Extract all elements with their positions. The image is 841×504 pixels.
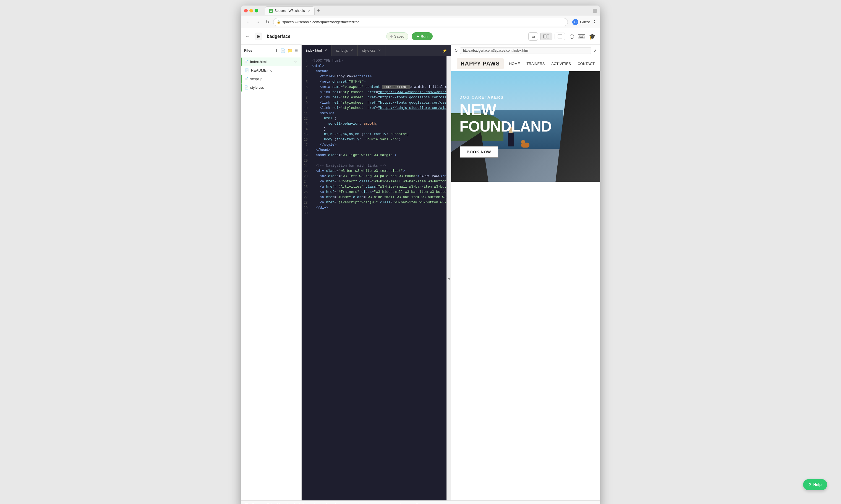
collapse-panel-handle[interactable]: ◀	[446, 56, 451, 500]
maximize-window-button[interactable]	[255, 9, 258, 13]
new-file-icon[interactable]: 📄	[281, 48, 285, 53]
code-area[interactable]: 1 <!DOCTYPE html> 2 <html> 3 <head> 4 <t…	[302, 56, 451, 500]
file-list: 📄 index.html ☆ 📄 README.md 📄 script.js 📄	[241, 56, 301, 500]
app-back-button[interactable]: ←	[245, 33, 250, 39]
preview-url: https://badgerface.w3spaces.com/index.ht…	[460, 47, 591, 54]
desktop-icon: ▭	[531, 34, 535, 39]
preview-panel: ↻ https://badgerface.w3spaces.com/index.…	[451, 45, 600, 500]
graduation-icon[interactable]: 🎓	[589, 33, 596, 40]
app-header: ← ⊞ badgerface Saved ▶ Run ▭	[241, 28, 600, 45]
window-sidebar-toggle[interactable]	[593, 9, 597, 13]
file-item[interactable]: 📄 README.md	[241, 66, 301, 75]
code-line: 18 </head>	[302, 148, 451, 153]
nav-link-activities[interactable]: ACTIVITIES	[551, 61, 571, 66]
nav-link-home[interactable]: HOME	[509, 61, 520, 66]
upload-icon[interactable]: ⬆	[275, 48, 278, 53]
reload-button[interactable]: ↻	[264, 18, 271, 26]
address-input[interactable]: 🔒 spaces.w3schools.com/space/badgerface/…	[273, 18, 568, 26]
site-hero: DOG CARETAKERS NEW FOUNDLAND BOOK NOW	[451, 71, 600, 182]
help-icon: ?	[809, 483, 811, 487]
code-line: 6 <meta name="viewport" content (cmd + c…	[302, 85, 451, 90]
forward-button[interactable]: →	[254, 19, 262, 26]
code-line: 4 <title>Happy Paws</title>	[302, 74, 451, 79]
book-btn-label: BOOK NOW	[459, 146, 498, 158]
star-icon[interactable]: ☆	[294, 60, 297, 64]
editor-tab-style-css[interactable]: style.css ✕	[358, 45, 385, 56]
header-center: Saved ▶ Run	[295, 32, 524, 40]
new-tab-button[interactable]: +	[316, 8, 321, 14]
editor-tab-script-js[interactable]: script.js ✕	[332, 45, 358, 56]
browser-tab[interactable]: W Spaces - W3schools ✕	[265, 6, 315, 15]
address-text: spaces.w3schools.com/space/badgerface/ed…	[282, 20, 564, 24]
new-folder-icon[interactable]: 📁	[287, 48, 292, 53]
code-line: 23 <h2 class="w3-left w3-tag w3-pale-red…	[302, 174, 451, 179]
hero-title-line2: FOUNDLAND	[459, 119, 592, 134]
close-window-button[interactable]	[244, 9, 248, 13]
browser-window: W Spaces - W3schools ✕ + ← → ↻ 🔒 spaces.…	[241, 5, 600, 504]
split-editor-button[interactable]: ⚡	[442, 48, 448, 53]
tab-actions: ⚡	[438, 48, 451, 53]
close-tab-button[interactable]: ✕	[351, 49, 353, 52]
code-line: 29 </div>	[302, 205, 451, 211]
window-controls	[593, 9, 597, 13]
book-now-button[interactable]: BOOK NOW	[459, 140, 592, 158]
minimize-window-button[interactable]	[249, 9, 253, 13]
nav-link-trainers[interactable]: TRAINERS	[527, 61, 545, 66]
nav-link-contact[interactable]: CONTACT	[578, 61, 595, 66]
view-horizontal-button[interactable]	[555, 33, 565, 40]
file-item[interactable]: 📄 style.css	[241, 83, 301, 92]
tab-favicon: W	[269, 9, 273, 13]
active-indicator	[241, 57, 242, 66]
keyboard-icon[interactable]: ⌨	[578, 33, 585, 40]
editor-panel: index.html ✕ script.js ✕ style.css ✕ ⚡	[302, 45, 451, 500]
close-tab-button[interactable]: ✕	[378, 49, 381, 52]
close-tab-button[interactable]: ✕	[325, 49, 327, 52]
back-button[interactable]: ←	[244, 19, 252, 26]
hero-subtitle: DOG CARETAKERS	[459, 95, 592, 100]
editor-tab-index-html[interactable]: index.html ✕	[302, 45, 332, 56]
code-line: 8 <link rel="stylesheet" href="https://f…	[302, 95, 451, 101]
code-line: 27 <a href="#Home" class="w3-hide-small …	[302, 195, 451, 200]
file-name: script.js	[250, 77, 297, 81]
tab-title: Spaces - W3schools	[275, 9, 305, 13]
files-panel-title: Files	[244, 48, 273, 53]
split-icon	[543, 35, 549, 38]
profile-area: G Guest	[572, 19, 590, 25]
header-right: ⬡ ⌨ 🎓	[570, 33, 596, 40]
file-item[interactable]: 📄 index.html ☆	[241, 57, 301, 66]
code-line: 12 html {	[302, 116, 451, 122]
browser-menu-button[interactable]: ⋮	[592, 19, 597, 25]
help-label: Help	[813, 483, 822, 487]
file-item[interactable]: 📄 script.js	[241, 75, 301, 83]
profile-name: Guest	[580, 20, 590, 24]
tab-close-button[interactable]: ✕	[308, 9, 311, 13]
open-external-button[interactable]: ↗	[594, 48, 597, 53]
address-bar: ← → ↻ 🔒 spaces.w3schools.com/space/badge…	[241, 16, 600, 28]
profile-icon[interactable]: G	[572, 19, 578, 25]
file-icon: 📄	[244, 77, 248, 81]
status-tip: Tip: Press the Reload icon, to refresh t…	[245, 503, 422, 504]
code-line: 7 <link rel="stylesheet" href="https://w…	[302, 90, 451, 95]
chip-icon[interactable]: ⬡	[570, 33, 574, 40]
filter-icon[interactable]: ☰	[294, 48, 298, 53]
code-line: 17 </style>	[302, 143, 451, 148]
status-bar: Tip: Press the Reload icon, to refresh t…	[241, 500, 600, 504]
run-button[interactable]: ▶ Run	[411, 32, 432, 40]
view-desktop-button[interactable]: ▭	[528, 32, 538, 41]
help-button[interactable]: ? Help	[803, 479, 827, 490]
view-buttons: ▭	[528, 32, 565, 41]
collapse-arrow-icon: ◀	[448, 277, 450, 280]
preview-reload-button[interactable]: ↻	[455, 48, 458, 53]
view-split-button[interactable]	[540, 33, 553, 40]
traffic-lights	[244, 9, 258, 13]
code-line: 22 <div class="w3-bar w3-white w3-text-b…	[302, 169, 451, 174]
saved-button[interactable]: Saved	[386, 32, 409, 40]
code-line: 25 <a href="#Activities" class="w3-hide-…	[302, 184, 451, 190]
code-line: 14 }	[302, 127, 451, 132]
hero-text-overlay: DOG CARETAKERS NEW FOUNDLAND BOOK NOW	[451, 71, 600, 182]
browser-tab-bar: W Spaces - W3schools ✕ +	[265, 6, 591, 15]
code-line: 30	[302, 211, 451, 216]
file-name: index.html	[250, 60, 292, 64]
code-area-wrap: 1 <!DOCTYPE html> 2 <html> 3 <head> 4 <t…	[302, 56, 451, 500]
lock-icon: 🔒	[277, 20, 281, 24]
